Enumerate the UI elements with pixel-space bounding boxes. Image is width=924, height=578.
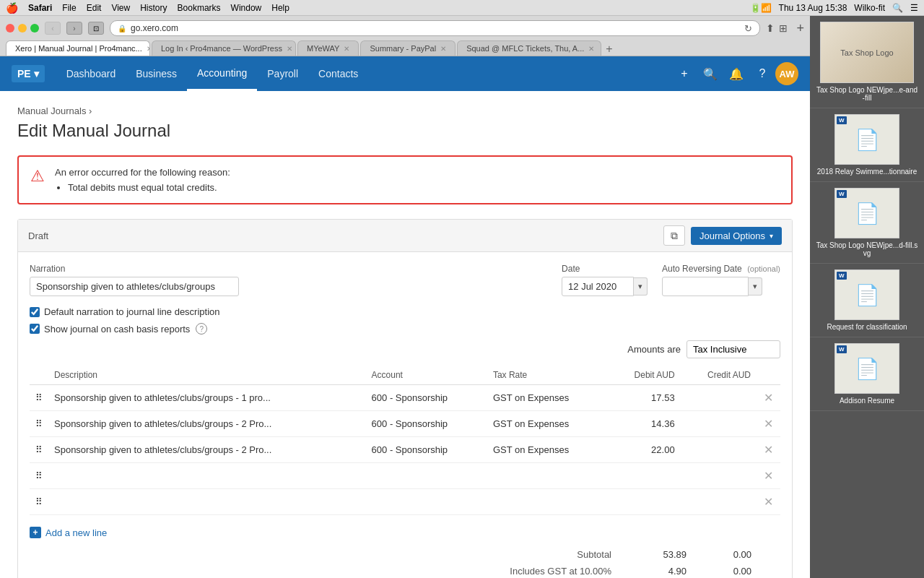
notifications-button[interactable]: 🔔 [723,61,749,87]
show-journal-checkbox[interactable] [30,324,40,334]
empty-row-0-desc[interactable] [48,463,366,489]
address-bar[interactable]: 🔒 go.xero.com ↻ [110,20,760,36]
delete-empty-row-0-btn[interactable]: ✕ [762,467,775,484]
tab-1[interactable]: Log In ‹ Pro4mance — WordPress ✕ [152,40,296,56]
auto-reversing-dropdown-btn[interactable]: ▾ [749,277,762,296]
empty-row-1-desc[interactable] [48,489,366,515]
sidebar-file-2[interactable]: 📄 W Tax Shop Logo NEWjpe...d-fill.svg [810,182,924,264]
tab-view-button[interactable]: ⊡ [88,22,104,35]
tab-close-3[interactable]: ✕ [440,45,446,53]
list-icon[interactable]: ☰ [910,3,918,13]
row-1-debit[interactable]: 14.36 [609,411,681,437]
drag-handle-2[interactable]: ⠿ [30,437,48,463]
empty-row-0-debit[interactable] [609,463,681,489]
help-button[interactable]: ? [749,61,775,87]
tab-0[interactable]: Xero | Manual Journal | Pro4manc... ✕ [6,40,150,56]
search-button[interactable]: 🔍 [697,61,723,87]
menu-help[interactable]: Help [271,3,289,13]
menu-view[interactable]: View [111,3,130,13]
tab-2[interactable]: MYeWAY ✕ [297,40,359,56]
row-0-tax-rate[interactable]: GST on Expenses [487,385,609,411]
amounts-select[interactable]: No Tax Tax Exclusive Tax Inclusive [687,340,780,358]
sidebar-file-0[interactable]: Tax Shop Logo Tax Shop Logo NEWjpe...e-a… [810,16,924,108]
nav-business[interactable]: Business [126,56,187,91]
empty-row-1-account[interactable] [366,489,487,515]
tab-close-0[interactable]: ✕ [147,45,150,53]
menu-edit[interactable]: Edit [87,3,102,13]
default-narration-checkbox[interactable] [30,307,40,317]
sidebar-file-4[interactable]: 📄 W Addison Resume [810,337,924,411]
copy-button[interactable]: ⧉ [663,225,685,246]
apple-menu[interactable]: 🍎 [6,2,18,14]
tab-close-4[interactable]: ✕ [588,45,594,53]
empty-row-1-credit[interactable] [681,489,757,515]
tab-close-1[interactable]: ✕ [287,45,292,53]
date-input[interactable] [562,277,634,296]
journal-options-button[interactable]: Journal Options ▾ [691,227,782,245]
empty-row-1-debit[interactable] [609,489,681,515]
row-2-account[interactable]: 600 - Sponsorship [366,437,487,463]
breadcrumb[interactable]: Manual Journals › [17,105,793,116]
menu-window[interactable]: Window [231,3,262,13]
drag-handle-empty-1[interactable]: ⠿ [30,489,48,515]
empty-row-0-credit[interactable] [681,463,757,489]
row-2-debit[interactable]: 22.00 [609,437,681,463]
row-0-credit[interactable] [681,385,757,411]
empty-row-0-tax[interactable] [487,463,609,489]
search-icon[interactable]: 🔍 [892,3,903,13]
narration-input[interactable] [30,277,239,296]
tab-close-2[interactable]: ✕ [344,45,349,53]
fullscreen-window-btn[interactable] [30,24,39,33]
nav-accounting[interactable]: Accounting [187,56,257,91]
row-2-tax-rate[interactable]: GST on Expenses [487,437,609,463]
nav-dashboard[interactable]: Dashboard [56,56,126,91]
row-0-debit[interactable]: 17.53 [609,385,681,411]
row-2-description[interactable]: Sponsorship given to athletes/clubs/grou… [48,437,366,463]
delete-row-0-btn[interactable]: ✕ [762,389,775,406]
empty-row-1-tax[interactable] [487,489,609,515]
row-1-tax-rate[interactable]: GST on Expenses [487,411,609,437]
add-button[interactable]: + [671,61,697,87]
row-0-account[interactable]: 600 - Sponsorship [366,385,487,411]
delete-empty-row-1-btn[interactable]: ✕ [762,493,775,510]
date-dropdown-button[interactable]: ▾ [634,277,648,296]
reload-icon[interactable]: ↻ [744,23,752,34]
row-1-account[interactable]: 600 - Sponsorship [366,411,487,437]
nav-payroll[interactable]: Payroll [257,56,308,91]
add-line-button[interactable]: + Add a new line [30,524,107,541]
row-1-description[interactable]: Sponsorship given to athletes/clubs/grou… [48,411,366,437]
empty-row-0-account[interactable] [366,463,487,489]
sidebar-file-1[interactable]: 📄 W 2018 Relay Swimme...tionnaire [810,108,924,182]
drag-handle-empty-0[interactable]: ⠿ [30,463,48,489]
nav-contacts[interactable]: Contacts [308,56,368,91]
row-2-credit[interactable] [681,437,757,463]
sidebar-file-3[interactable]: 📄 W Request for classification [810,264,924,337]
xero-org-selector[interactable]: PE ▾ [12,65,45,82]
drag-handle-1[interactable]: ⠿ [30,411,48,437]
auto-reversing-input[interactable] [662,277,749,296]
breadcrumb-parent[interactable]: Manual Journals [17,105,86,116]
delete-row-2-btn[interactable]: ✕ [762,441,775,458]
journal-table: Description Account Tax Rate Debit AUD C… [30,366,780,515]
minimize-window-btn[interactable] [18,24,27,33]
row-1-credit[interactable] [681,411,757,437]
delete-row-1-btn[interactable]: ✕ [762,415,775,432]
traffic-lights[interactable] [6,24,39,33]
forward-button[interactable]: › [66,22,82,35]
menu-file[interactable]: File [62,3,76,13]
close-window-btn[interactable] [6,24,14,33]
drag-handle-0[interactable]: ⠿ [30,385,48,411]
user-avatar[interactable]: AW [775,62,798,85]
share-button[interactable]: ⬆ [766,22,775,34]
menu-safari[interactable]: Safari [28,3,52,13]
new-tab-fullscreen-btn[interactable]: ⊞ [779,22,788,34]
row-0-description[interactable]: Sponsorship given to athletes/clubs/grou… [48,385,366,411]
tab-3[interactable]: Summary - PayPal ✕ [360,40,456,56]
help-icon[interactable]: ? [196,323,207,335]
menu-history[interactable]: History [140,3,167,13]
tab-4[interactable]: Squad @ MFLC Tickets, Thu, A... ✕ [457,40,601,56]
menu-bookmarks[interactable]: Bookmarks [178,3,221,13]
add-tab-button[interactable]: + [603,43,615,56]
new-tab-button[interactable]: + [796,21,804,36]
back-button[interactable]: ‹ [45,22,61,35]
